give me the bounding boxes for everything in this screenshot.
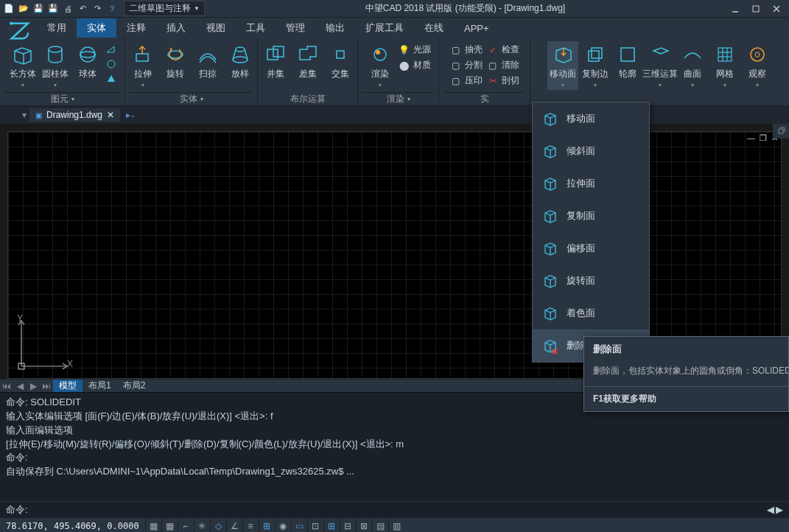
sb-misc1[interactable]: ⊡ [307, 519, 323, 533]
ribbon-tab-0[interactable]: 常用 [37, 18, 77, 38]
workspace-label: 二维草图与注释 [129, 2, 191, 15]
copyedge-button[interactable]: 复制边▾ [580, 41, 611, 90]
union-button[interactable]: 并集 [260, 41, 291, 82]
cmd-scroll-right[interactable]: ▶ [776, 504, 783, 515]
layout-next[interactable]: ▶ [27, 381, 40, 391]
undo-icon[interactable]: ↶ [77, 3, 88, 15]
sb-misc4[interactable]: ⊠ [356, 519, 372, 533]
check-button[interactable]: ✓检查 [485, 43, 521, 57]
osnap-toggle[interactable]: ◇ [210, 519, 226, 533]
wedge-button[interactable] [105, 43, 118, 56]
render-button[interactable]: 渲染▾ [365, 41, 396, 90]
sphere-button[interactable]: 球体 [72, 41, 103, 82]
cone-button[interactable] [105, 72, 118, 85]
layout-tab-0[interactable]: 模型 [53, 379, 83, 392]
mdi-restore[interactable]: ❐ [760, 133, 767, 143]
grid-toggle[interactable]: ▦ [161, 519, 178, 533]
svg-rect-15 [337, 51, 344, 58]
tab-list-icon[interactable]: ▾ [22, 110, 27, 120]
loft-button[interactable]: 放样 [225, 41, 256, 82]
extrude-button[interactable]: 拉伸▾ [127, 41, 158, 90]
ribbon-tab-5[interactable]: 工具 [236, 18, 276, 38]
lwt-toggle[interactable]: ≡ [242, 519, 259, 533]
snap-toggle[interactable]: ▦ [145, 519, 161, 533]
ortho-toggle[interactable]: ⌐ [178, 519, 194, 533]
sb-misc6[interactable]: ▥ [388, 519, 404, 533]
face-op-icon [541, 142, 559, 160]
dropdown-item-1[interactable]: 倾斜面 [533, 135, 649, 167]
workspace-dropdown[interactable]: 二维草图与注释 ▼ [124, 1, 205, 16]
app-logo[interactable] [4, 16, 34, 46]
dropdown-item-5[interactable]: 旋转面 [533, 265, 649, 297]
clean-button[interactable]: ▢清除 [485, 58, 521, 72]
sb-misc3[interactable]: ⊟ [340, 519, 356, 533]
print-icon[interactable]: 🖨 [62, 3, 74, 15]
shell-button[interactable]: ▢抽壳 [449, 43, 484, 57]
layout-tab-2[interactable]: 布局2 [117, 379, 152, 392]
ribbon-tab-4[interactable]: 视图 [196, 18, 236, 38]
box-button[interactable]: 长方体▾ [7, 41, 38, 90]
ribbon-tab-6[interactable]: 管理 [276, 18, 315, 38]
3dops-button[interactable]: 三维运算▾ [645, 41, 676, 90]
sb-misc5[interactable]: ▤ [372, 519, 388, 533]
dropdown-item-0[interactable]: 移动面 [533, 102, 649, 135]
intersect-button[interactable]: 交集 [325, 41, 356, 82]
imprint-button[interactable]: ▢压印 [449, 74, 484, 88]
maximize-button[interactable] [746, 1, 765, 16]
face-op-icon [541, 110, 559, 127]
ribbon-tab-3[interactable]: 插入 [156, 18, 196, 38]
save-icon[interactable]: 💾 [32, 3, 44, 15]
material-button[interactable]: ⬤材质 [397, 58, 432, 72]
mdi-minimize[interactable]: — [747, 133, 755, 143]
subtract-button[interactable]: 差集 [292, 41, 323, 82]
close-tab-icon[interactable]: ✕ [107, 110, 114, 120]
layout-prev[interactable]: ◀ [13, 381, 27, 391]
sweep-button[interactable]: 扫掠 [192, 41, 223, 82]
new-icon[interactable]: 📄 [3, 3, 15, 15]
cycle-toggle[interactable]: ◉ [275, 519, 291, 533]
add-tab-button[interactable]: ▸₊ [126, 110, 135, 120]
dropdown-item-3[interactable]: 复制面 [533, 200, 649, 232]
minimize-button[interactable] [726, 1, 745, 16]
layout-tab-1[interactable]: 布局1 [83, 379, 117, 392]
ribbon-tab-2[interactable]: 注释 [116, 18, 156, 38]
mesh-button[interactable]: 网格▾ [709, 41, 740, 90]
sb-misc2[interactable]: ⊞ [323, 519, 340, 533]
command-input[interactable]: 命令: ◀ ▶ [0, 501, 789, 517]
saveas-icon[interactable]: 💾 [47, 3, 59, 15]
silhouette-button[interactable]: 轮廓 [612, 41, 643, 82]
ribbon-tab-1[interactable]: 实体 [77, 18, 116, 38]
torus-button[interactable] [105, 57, 118, 71]
cmd-scroll-left[interactable]: ◀ [767, 504, 774, 515]
light-button[interactable]: 💡光源 [397, 43, 432, 57]
layout-first[interactable]: ⏮ [0, 381, 13, 391]
otrack-toggle[interactable]: ∠ [226, 519, 242, 533]
ribbon-tab-9[interactable]: 在线 [414, 18, 454, 38]
layout-last[interactable]: ⏭ [40, 381, 53, 391]
model-toggle[interactable]: ▭ [291, 519, 307, 533]
face-op-icon [541, 207, 559, 225]
close-button[interactable] [767, 1, 786, 16]
svg-point-6 [80, 47, 95, 62]
slice-button[interactable]: ▢分割 [449, 58, 484, 72]
ribbon-tab-8[interactable]: 扩展工具 [355, 18, 414, 38]
help-icon[interactable]: ? [106, 3, 118, 15]
ribbon-tab-7[interactable]: 输出 [315, 18, 355, 38]
open-icon[interactable]: 📂 [18, 3, 29, 15]
section-button[interactable]: ✂剖切 [485, 74, 521, 88]
document-tab[interactable]: ▣ Drawing1.dwg ✕ [29, 108, 120, 122]
ribbon-tab-10[interactable]: APP+ [454, 20, 499, 37]
dropdown-item-6[interactable]: 着色面 [533, 297, 649, 329]
dropdown-item-2[interactable]: 拉伸面 [533, 167, 649, 200]
redo-icon[interactable]: ↷ [91, 3, 103, 15]
right-palette-handle[interactable] [773, 124, 789, 139]
polar-toggle[interactable]: ✳ [194, 519, 210, 533]
dyn-toggle[interactable]: ⊞ [259, 519, 275, 533]
revolve-button[interactable]: 旋转 [160, 41, 191, 82]
moveface-button[interactable]: 移动面▾ [547, 41, 578, 90]
dropdown-item-4[interactable]: 偏移面 [533, 232, 649, 265]
coordinates-readout[interactable]: 78.6170, 495.4069, 0.0000 [0, 521, 145, 531]
cylinder-button[interactable]: 圆柱体▾ [40, 41, 71, 90]
surface-button[interactable]: 曲面▾ [677, 41, 708, 90]
view-button[interactable]: 观察▾ [742, 41, 773, 90]
